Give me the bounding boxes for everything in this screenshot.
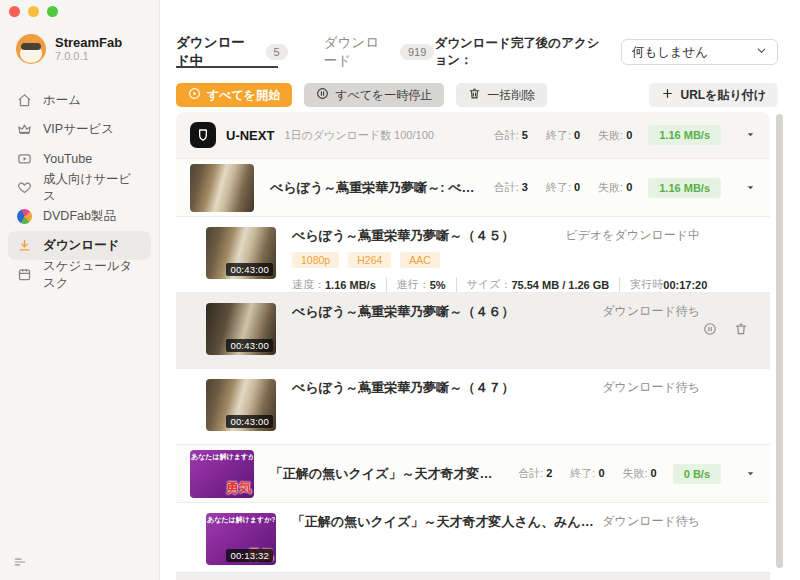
start-all-label: すべてを開始 (207, 87, 280, 104)
meta-size: サイズ：75.54 MB / 1.26 GB (456, 277, 610, 292)
stat-done: 終了:0 (570, 466, 604, 481)
tab-downloading[interactable]: ダウンロード中 5 (176, 34, 288, 70)
stat-total: 合計:5 (494, 128, 528, 143)
group-row-quiz[interactable]: あなたは解けますか? 勇気 「正解の無いクイズ」～天才奇才変人さん... 合計:… (176, 444, 770, 502)
heart-icon (16, 180, 32, 196)
post-action-label: ダウンロード完了後のアクション： (434, 35, 610, 69)
youtube-icon (16, 151, 32, 167)
paste-url-button[interactable]: URLを貼り付け (649, 83, 778, 107)
tab-downloaded-label: ダウンロード (324, 34, 391, 70)
download-item-quiz[interactable]: あなたは解けますか? 勇気 00:13:32 「正解の無いクイズ」～天才奇才変人… (176, 502, 770, 572)
sidebar-item-label: 成人向けサービス (43, 171, 143, 205)
meta-progress: 進行：5% (386, 277, 446, 292)
home-icon (16, 93, 32, 109)
provider-header-unext[interactable]: U-NEXT 1日のダウンロード数 100/100 合計:5 終了:0 失敗:0… (176, 112, 770, 158)
scrollbar-thumb[interactable] (776, 114, 783, 568)
sidebar-item-youtube[interactable]: YouTube (8, 144, 151, 173)
duration-badge: 00:43:00 (226, 263, 273, 276)
play-circle-icon (188, 87, 201, 103)
sidebar-item-home[interactable]: ホーム (8, 86, 151, 115)
stat-failed: 失敗:0 (598, 180, 632, 195)
sidebar-collapse-icon[interactable] (13, 555, 27, 573)
tab-downloading-label: ダウンロード中 (176, 34, 257, 70)
download-icon (16, 238, 32, 254)
group-stats: 合計:2 終了:0 失敗:0 0 B/s (500, 464, 721, 484)
bulk-delete-label: 一括削除 (487, 87, 535, 104)
pause-all-button[interactable]: すべてを一時停止 (304, 83, 444, 107)
trash-icon[interactable] (734, 322, 748, 340)
pause-circle-icon (316, 87, 329, 103)
sidebar-item-schedule[interactable]: スケジュールタスク (8, 260, 151, 289)
item-title: 「正解の無いクイズ」～天才奇才変人さん、みんなで一緒に考え... (292, 513, 602, 531)
chevron-down-icon[interactable] (745, 465, 756, 483)
sidebar-item-label: VIPサービス (43, 121, 114, 138)
stat-failed: 失敗:0 (598, 128, 632, 143)
download-item-46[interactable]: 00:43:00 べらぼう～蔦重栄華乃夢噺～（４６） ダウンロード待ち (176, 292, 770, 368)
sidebar-item-vip[interactable]: VIPサービス (8, 115, 151, 144)
stat-total: 合計:2 (518, 466, 552, 481)
sidebar-item-label: スケジュールタスク (43, 258, 143, 292)
next-row-peek (176, 572, 770, 580)
chevron-down-icon[interactable] (745, 179, 756, 197)
minimize-window-button[interactable] (28, 6, 39, 17)
item-status: ダウンロード待ち (602, 513, 700, 530)
group-speed-badge: 0 B/s (673, 464, 721, 484)
sidebar: StreamFab 7.0.0.1 ホーム VIPサービス YouTube (0, 0, 160, 580)
unext-logo-icon (190, 122, 216, 148)
sidebar-nav: ホーム VIPサービス YouTube 成人向けサービス DVDFab製品 (8, 86, 151, 289)
item-thumbnail: 00:43:00 (206, 379, 276, 431)
bulk-delete-button[interactable]: 一括削除 (456, 83, 547, 107)
start-all-button[interactable]: すべてを開始 (176, 83, 292, 107)
tab-downloaded[interactable]: ダウンロード 919 (324, 34, 435, 70)
streamfab-logo-icon (16, 34, 46, 64)
group-thumbnail: あなたは解けますか? 勇気 (190, 450, 254, 498)
duration-badge: 00:13:32 (226, 549, 273, 562)
item-title: べらぼう～蔦重栄華乃夢噺～（４５） (292, 227, 514, 245)
item-thumbnail: 00:43:00 (206, 303, 276, 355)
sidebar-item-label: ホーム (43, 92, 81, 109)
duration-badge: 00:43:00 (226, 415, 273, 428)
item-title: べらぼう～蔦重栄華乃夢噺～（４７） (292, 379, 514, 397)
close-window-button[interactable] (9, 6, 20, 17)
thumbnail-caption-red: 勇気 (226, 479, 252, 497)
download-item-47[interactable]: 00:43:00 べらぼう～蔦重栄華乃夢噺～（４７） ダウンロード待ち (176, 368, 770, 444)
chevron-down-icon[interactable] (745, 126, 756, 144)
toolbar: すべてを開始 すべてを一時停止 一括削除 URLを貼り付け (176, 83, 778, 107)
trash-icon (468, 87, 481, 103)
sidebar-item-label: DVDFab製品 (43, 208, 116, 225)
thumbnail-caption-top: あなたは解けますか? (207, 515, 275, 525)
group-title: 「正解の無いクイズ」～天才奇才変人さん... (270, 465, 500, 483)
item-meta: 速度：1.16 MB/s 進行：5% サイズ：75.54 MB / 1.26 G… (292, 277, 756, 292)
post-action-select[interactable]: 何もしません (621, 39, 778, 65)
sidebar-item-download[interactable]: ダウンロード (8, 231, 151, 260)
group-thumbnail (190, 164, 254, 212)
stat-done: 終了:0 (546, 180, 580, 195)
tab-downloading-badge: 5 (266, 44, 288, 60)
stat-total: 合計:3 (494, 180, 528, 195)
app-name: StreamFab (55, 35, 122, 50)
duration-badge: 00:43:00 (226, 339, 273, 352)
item-thumbnail: 00:43:00 (206, 227, 276, 279)
group-stats: 合計:3 終了:0 失敗:0 1.16 MB/s (476, 178, 721, 198)
sidebar-item-dvdfab[interactable]: DVDFab製品 (8, 202, 151, 231)
download-item-45[interactable]: 00:43:00 べらぼう～蔦重栄華乃夢噺～（４５） ビデオをダウンロード中 1… (176, 216, 770, 292)
pause-circle-icon[interactable] (703, 322, 717, 340)
paste-url-label: URLを貼り付け (680, 87, 766, 104)
group-speed-badge: 1.16 MB/s (648, 178, 721, 198)
item-status: ダウンロード待ち (602, 379, 700, 396)
dvdfab-icon (16, 209, 32, 225)
sidebar-item-adult[interactable]: 成人向けサービス (8, 173, 151, 202)
tag-resolution: 1080p (292, 252, 339, 268)
tab-downloaded-badge: 919 (400, 44, 434, 60)
download-list: U-NEXT 1日のダウンロード数 100/100 合計:5 終了:0 失敗:0… (176, 112, 770, 580)
post-action-value: 何もしません (632, 44, 708, 61)
group-row-berabou[interactable]: べらぼう～蔦重栄華乃夢噺～: べらぼう～... 合計:3 終了:0 失敗:0 1… (176, 158, 770, 216)
tag-video-codec: H264 (348, 252, 391, 268)
provider-speed-badge: 1.16 MB/s (648, 125, 721, 145)
item-title: べらぼう～蔦重栄華乃夢噺～（４６） (292, 303, 514, 321)
zoom-window-button[interactable] (47, 6, 58, 17)
meta-speed: 速度：1.16 MB/s (292, 277, 376, 292)
chevron-down-icon (756, 45, 767, 59)
item-tags: 1080p H264 AAC (292, 252, 756, 268)
provider-quota: 1日のダウンロード数 100/100 (284, 128, 433, 143)
